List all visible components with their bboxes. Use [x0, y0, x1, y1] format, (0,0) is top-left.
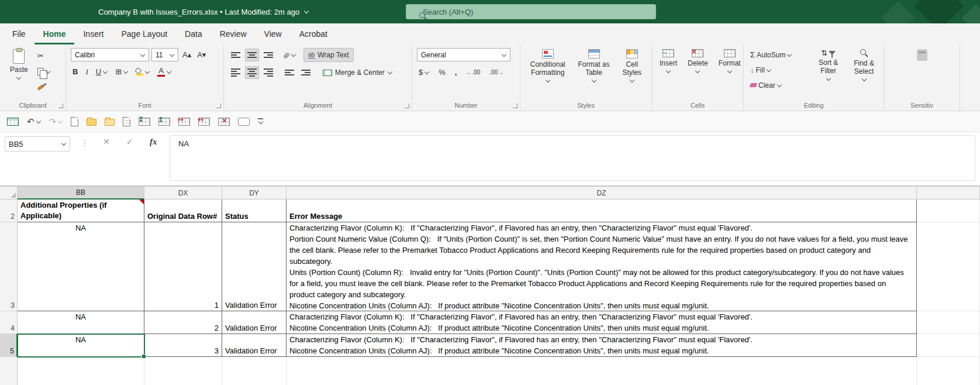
row-header-3[interactable]: 3 — [0, 222, 18, 311]
cell-dy5[interactable]: Validation Error — [222, 334, 287, 357]
undo-button[interactable]: ↶ — [27, 117, 41, 126]
alignment-dialog-launcher-icon[interactable] — [405, 104, 409, 108]
align-bottom-button[interactable] — [261, 49, 275, 61]
orientation-button[interactable]: ab — [282, 49, 296, 61]
clipboard-dialog-launcher-icon[interactable] — [58, 104, 63, 108]
format-painter-button[interactable] — [36, 81, 52, 94]
delete-cells-button[interactable]: ✕ Delete — [685, 48, 711, 75]
toolbar-overflow-button[interactable] — [258, 118, 263, 125]
cell-empty[interactable] — [917, 357, 980, 385]
percent-style-button[interactable]: % — [437, 66, 447, 79]
row-header-5[interactable]: 5 — [0, 334, 18, 357]
tab-home[interactable]: Home — [34, 23, 75, 44]
cell-empty[interactable] — [917, 334, 980, 357]
cell-empty[interactable] — [917, 311, 980, 334]
cell-empty[interactable] — [222, 357, 287, 385]
cell-dy4[interactable]: Validation Error — [222, 311, 287, 334]
cell-dx5[interactable]: 3 — [144, 334, 222, 357]
delete-rows-button[interactable]: ↦ — [178, 118, 190, 126]
underline-button[interactable]: U — [94, 65, 109, 78]
align-right-button[interactable] — [261, 66, 275, 79]
accounting-format-button[interactable]: $ — [417, 66, 431, 79]
copy-button[interactable] — [36, 65, 52, 78]
shrink-font-button[interactable]: A▾ — [195, 48, 208, 61]
name-box[interactable]: BB5 — [5, 136, 70, 152]
print-preview-button[interactable] — [123, 117, 130, 126]
cell-dx4[interactable]: 2 — [144, 311, 222, 334]
align-center-button[interactable] — [245, 66, 259, 79]
tab-acrobat[interactable]: Acrobat — [291, 23, 336, 44]
tab-file[interactable]: File — [4, 23, 34, 44]
clear-button[interactable]: Clear — [748, 78, 808, 92]
delete-columns-button[interactable]: ↤ — [198, 118, 210, 126]
conditional-formatting-button[interactable]: Conditional Formatting — [525, 48, 571, 84]
cell-empty[interactable] — [917, 222, 980, 311]
cell-styles-button[interactable]: Cell Styles — [617, 48, 647, 84]
font-color-button[interactable]: A — [156, 65, 173, 78]
cell-dx2[interactable]: Original Data Row# — [144, 200, 222, 222]
format-as-table-button[interactable]: Format as Table — [575, 48, 613, 84]
grow-font-button[interactable]: A▴ — [181, 48, 193, 61]
tab-page-layout[interactable]: Page Layout — [112, 23, 176, 44]
enter-button[interactable]: ✓ — [126, 137, 133, 146]
cell-dx3[interactable]: 1 — [144, 222, 222, 311]
cell-bb5-selected[interactable]: NA — [18, 334, 144, 357]
cell-empty[interactable] — [917, 200, 980, 222]
formula-input[interactable]: NA — [170, 135, 975, 181]
bold-button[interactable]: B — [71, 65, 80, 78]
align-top-button[interactable] — [229, 49, 243, 61]
cell-dz2[interactable]: Error Message — [287, 200, 917, 222]
open-file-button[interactable] — [87, 117, 96, 126]
decrease-indent-button[interactable] — [282, 66, 296, 79]
increase-decimal-button[interactable]: ←.00 — [464, 66, 482, 79]
comma-style-button[interactable]: , — [453, 66, 459, 79]
find-select-button[interactable]: Find & Select — [849, 48, 879, 83]
decrease-decimal-button[interactable]: .00→ — [488, 66, 505, 79]
col-header-dz[interactable]: DZ — [287, 187, 917, 200]
col-header-dx[interactable]: DX — [144, 187, 222, 200]
col-header-bb[interactable]: BB — [18, 187, 144, 200]
col-header-partial[interactable] — [917, 187, 980, 200]
number-dialog-launcher-icon[interactable] — [513, 104, 517, 108]
tab-view[interactable]: View — [256, 23, 291, 44]
autosum-button[interactable]: ΣAutoSum — [748, 48, 808, 61]
cut-button[interactable]: ✂ — [36, 49, 52, 63]
align-left-button[interactable] — [229, 66, 243, 79]
cancel-button[interactable]: ✕ — [103, 137, 110, 146]
redo-button[interactable]: ↷ — [49, 117, 63, 126]
cell-dy2[interactable]: Status — [222, 200, 287, 222]
cell-dz5[interactable]: Characterizing Flavor (Column K): If "Ch… — [287, 334, 917, 357]
number-format-combo[interactable]: General — [417, 48, 510, 61]
name-box-resizer[interactable]: ⋮ — [81, 138, 89, 147]
sensitivity-button[interactable] — [914, 48, 930, 62]
format-cells-button[interactable]: Format — [716, 48, 744, 75]
insert-cells-button[interactable]: ← Insert — [657, 48, 680, 75]
align-middle-button[interactable] — [245, 49, 259, 61]
cell-empty[interactable] — [18, 357, 144, 385]
delete-table-button[interactable]: ✕ — [218, 118, 230, 126]
document-title[interactable]: Company B with Issues_Errors.xlsx • Last… — [98, 0, 309, 23]
new-document-button[interactable] — [71, 117, 78, 126]
cell-empty[interactable] — [144, 357, 222, 385]
insert-columns-button[interactable]: ↥ — [158, 118, 170, 126]
comment-button[interactable] — [238, 118, 250, 126]
paste-button[interactable]: Paste — [7, 48, 31, 81]
cell-dz4[interactable]: Characterizing Flavor (Column K): If "Ch… — [287, 311, 917, 334]
tab-insert[interactable]: Insert — [74, 23, 112, 44]
cell-dy3[interactable]: Validation Error — [222, 222, 287, 311]
insert-function-button[interactable]: fx — [150, 137, 157, 147]
cell-bb2[interactable]: Additional Properties (if Applicable) — [18, 200, 144, 222]
cell-bb4[interactable]: NA — [18, 311, 144, 334]
borders-button[interactable]: ⊞ — [113, 65, 130, 78]
fill-button[interactable]: ↓Fill — [748, 63, 808, 77]
italic-button[interactable]: I — [84, 65, 89, 78]
increase-indent-button[interactable] — [299, 66, 313, 79]
tab-data[interactable]: Data — [176, 23, 211, 44]
font-name-combo[interactable]: Calibri — [71, 48, 149, 61]
cell-empty[interactable] — [287, 357, 917, 385]
tab-review[interactable]: Review — [211, 23, 256, 44]
row-header-2[interactable]: 2 — [0, 200, 18, 222]
wrap-text-button[interactable]: ab Wrap Text — [303, 48, 354, 62]
table-tool-button[interactable] — [7, 118, 19, 126]
fill-color-button[interactable] — [134, 65, 151, 78]
